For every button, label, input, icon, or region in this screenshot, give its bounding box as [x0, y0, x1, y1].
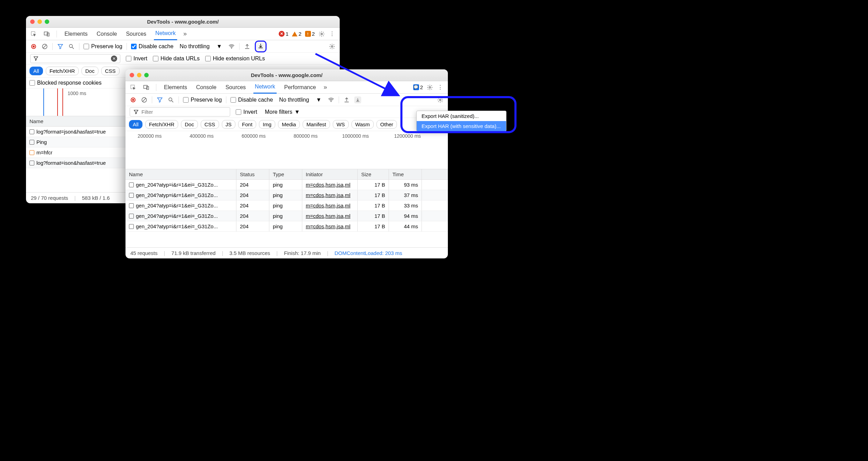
timeline-overview[interactable]: 200000 ms 400000 ms 600000 ms 800000 ms …: [125, 131, 448, 169]
tab-elements[interactable]: Elements: [63, 28, 89, 40]
inspect-element-icon[interactable]: [30, 31, 37, 37]
issues-badge[interactable]: !2: [305, 31, 315, 37]
export-har-button-highlighted[interactable]: [255, 41, 267, 52]
search-icon[interactable]: [68, 43, 75, 50]
col-header-type[interactable]: Type: [269, 169, 302, 179]
network-settings-icon[interactable]: [437, 96, 444, 103]
tab-sources[interactable]: Sources: [124, 28, 148, 40]
chip-fetch-xhr[interactable]: Fetch/XHR: [46, 67, 79, 75]
filter-input[interactable]: [141, 109, 226, 115]
issues-badge[interactable]: 💬2: [413, 84, 423, 90]
invert-checkbox[interactable]: Invert: [236, 109, 257, 115]
filter-input[interactable]: [41, 56, 108, 61]
invert-checkbox[interactable]: Invert: [126, 56, 147, 62]
col-header-name[interactable]: Name: [125, 169, 236, 179]
titlebar[interactable]: DevTools - www.google.com/: [26, 16, 340, 28]
chip-fetch-xhr[interactable]: Fetch/XHR: [145, 120, 178, 129]
chip-css[interactable]: CSS: [101, 67, 120, 75]
filter-input-wrap[interactable]: [130, 107, 230, 117]
network-conditions-icon[interactable]: [228, 43, 235, 50]
import-har-icon[interactable]: [244, 43, 251, 50]
table-row[interactable]: gen_204?atyp=i&r=1&ei=_G31Zo... 204 ping…: [125, 200, 448, 211]
clear-button[interactable]: [41, 43, 48, 50]
chip-ws[interactable]: WS: [333, 120, 349, 129]
chip-all[interactable]: All: [29, 67, 43, 75]
hide-data-urls-checkbox[interactable]: Hide data URLs: [153, 56, 200, 62]
overview-tick-label: 1200000 ms: [394, 133, 421, 139]
table-row[interactable]: gen_204?atyp=i&r=1&ei=_G31Zo... 204 ping…: [125, 190, 448, 200]
hide-extension-urls-checkbox[interactable]: Hide extension URLs: [205, 56, 265, 62]
chip-doc[interactable]: Doc: [81, 67, 98, 75]
chip-manifest[interactable]: Manifest: [303, 120, 330, 129]
chip-img[interactable]: Img: [259, 120, 275, 129]
preserve-log-checkbox[interactable]: Preserve log: [183, 97, 222, 103]
table-row[interactable]: gen_204?atyp=i&r=1&ei=_G31Zo... 204 ping…: [125, 211, 448, 221]
chip-css[interactable]: CSS: [201, 120, 219, 129]
network-settings-icon[interactable]: [329, 43, 336, 50]
tab-network[interactable]: Network: [253, 81, 277, 94]
chip-media[interactable]: Media: [278, 120, 300, 129]
kebab-menu-icon[interactable]: ⋮: [437, 84, 444, 91]
status-bar: 45 requests 71.9 kB transferred 3.5 MB r…: [125, 247, 448, 258]
titlebar[interactable]: DevTools - www.google.com/: [125, 69, 448, 81]
record-button[interactable]: [30, 43, 37, 50]
overview-tick-label: 800000 ms: [294, 133, 318, 139]
network-conditions-icon[interactable]: [328, 96, 335, 103]
throttling-select[interactable]: No throttling ▼: [177, 43, 224, 50]
disable-cache-checkbox[interactable]: Disable cache: [231, 97, 273, 103]
chip-wasm[interactable]: Wasm: [351, 120, 374, 129]
disable-cache-checkbox[interactable]: Disable cache: [131, 43, 174, 50]
col-header-status[interactable]: Status: [236, 169, 269, 179]
chip-other[interactable]: Other: [376, 120, 397, 129]
table-row[interactable]: gen_204?atyp=i&r=1&ei=_G31Zo... 204 ping…: [125, 221, 448, 232]
warnings-badge[interactable]: 2: [292, 31, 301, 37]
tabs-overflow-icon[interactable]: »: [323, 84, 327, 91]
file-icon: [29, 129, 34, 134]
inspect-element-icon[interactable]: [130, 84, 137, 91]
filter-input-wrap[interactable]: ✕: [30, 54, 120, 63]
chip-doc[interactable]: Doc: [181, 120, 198, 129]
clear-button[interactable]: [141, 96, 148, 103]
svg-point-9: [331, 45, 333, 47]
record-button[interactable]: [130, 96, 137, 103]
tab-console[interactable]: Console: [95, 28, 119, 40]
errors-badge[interactable]: ✕1: [279, 31, 288, 37]
svg-rect-2: [47, 33, 49, 36]
clear-filter-icon[interactable]: ✕: [111, 56, 117, 62]
tab-sources[interactable]: Sources: [224, 82, 247, 93]
chip-font[interactable]: Font: [238, 120, 256, 129]
tab-elements[interactable]: Elements: [163, 82, 189, 93]
status-transferred: 71.9 kB transferred: [164, 250, 215, 256]
filter-icon[interactable]: [57, 43, 64, 50]
export-har-sensitive-item[interactable]: Export HAR (with sensitive data)...: [417, 121, 506, 131]
import-har-icon[interactable]: [343, 96, 350, 103]
throttling-select[interactable]: No throttling ▼: [277, 96, 323, 104]
search-icon[interactable]: [167, 96, 174, 103]
overview-marker: [62, 88, 63, 116]
device-toolbar-icon[interactable]: [143, 84, 150, 91]
preserve-log-checkbox[interactable]: Preserve log: [84, 43, 122, 50]
tab-network[interactable]: Network: [154, 27, 177, 40]
filter-icon[interactable]: [156, 96, 163, 103]
col-header-time[interactable]: Time: [389, 169, 422, 179]
export-har-button[interactable]: [354, 96, 361, 103]
svg-point-8: [232, 48, 232, 48]
settings-icon[interactable]: [426, 84, 433, 91]
kebab-menu-icon[interactable]: ⋮: [329, 31, 336, 37]
blocked-response-cookies-checkbox[interactable]: Blocked response cookies: [29, 80, 102, 86]
col-header-size[interactable]: Size: [358, 169, 389, 179]
table-row[interactable]: gen_204?atyp=i&r=1&ei=_G31Zo... 204 ping…: [125, 180, 448, 190]
chip-all[interactable]: All: [129, 120, 142, 129]
svg-point-16: [169, 98, 172, 101]
col-header-initiator[interactable]: Initiator: [302, 169, 358, 179]
svg-line-17: [172, 101, 173, 102]
device-toolbar-icon[interactable]: [43, 31, 50, 37]
chip-js[interactable]: JS: [222, 120, 236, 129]
tabs-overflow-icon[interactable]: »: [183, 30, 187, 37]
tab-console[interactable]: Console: [195, 82, 218, 93]
more-filters-dropdown[interactable]: More filters ▼: [263, 108, 302, 116]
separator: [239, 43, 240, 50]
tab-performance[interactable]: Performance: [283, 82, 318, 93]
settings-icon[interactable]: [318, 31, 325, 37]
export-har-sanitized-item[interactable]: Export HAR (sanitized)...: [417, 111, 506, 121]
